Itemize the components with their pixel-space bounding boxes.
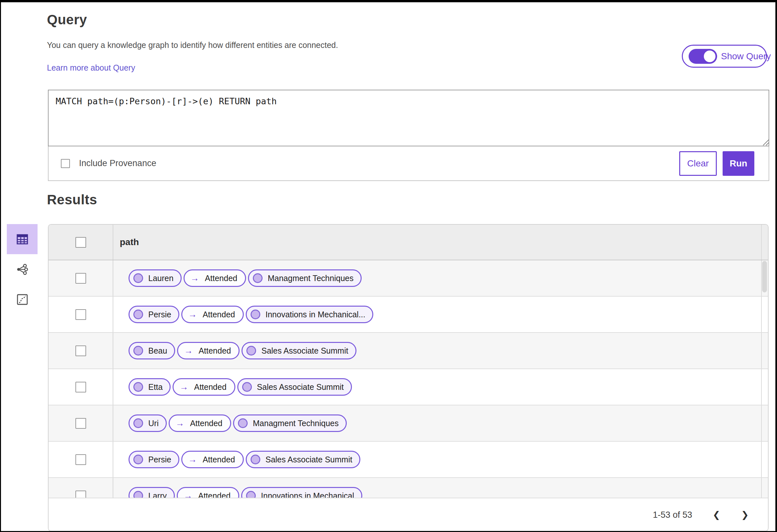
- path-end-node[interactable]: Innovations in Mechanical...: [246, 306, 373, 323]
- path-relation[interactable]: → Attended: [173, 378, 235, 396]
- path-cell: Persie → Attended Sales Associate Summit: [113, 442, 761, 477]
- path-chips: Larry → Attended Innovations in Mechanic…: [128, 487, 362, 498]
- node-label: Uri: [148, 419, 158, 428]
- path-chips: Etta → Attended Sales Associate Summit: [128, 378, 352, 396]
- path-cell: Etta → Attended Sales Associate Summit: [113, 369, 761, 405]
- scrollbar-track-cell: [761, 297, 768, 332]
- node-label: Beau: [148, 346, 167, 355]
- node-label: Sales Associate Summit: [257, 383, 344, 392]
- learn-more-link[interactable]: Learn more about Query: [47, 63, 135, 73]
- row-checkbox[interactable]: [76, 418, 86, 429]
- run-button[interactable]: Run: [723, 151, 754, 176]
- path-end-node[interactable]: Managment Techniques: [248, 270, 362, 287]
- node-circle-icon: [133, 418, 143, 428]
- node-circle-icon: [133, 455, 143, 464]
- relation-label: Attended: [205, 274, 237, 283]
- previous-page-button[interactable]: ❮: [709, 507, 724, 522]
- chart-view-button[interactable]: [7, 284, 37, 314]
- path-start-node[interactable]: Beau: [128, 342, 175, 359]
- path-relation[interactable]: → Attended: [184, 270, 246, 287]
- path-end-node[interactable]: Innovations in Mechanical: [241, 487, 362, 498]
- path-start-node[interactable]: Lauren: [128, 270, 182, 287]
- path-start-node[interactable]: Persie: [128, 451, 179, 468]
- node-label: Sales Associate Summit: [261, 346, 348, 355]
- show-query-toggle[interactable]: Show Query: [682, 45, 767, 68]
- table-view-button[interactable]: [7, 224, 37, 254]
- node-circle-icon: [133, 273, 143, 283]
- table-header-row: path: [48, 225, 768, 260]
- arrow-right-icon: →: [188, 310, 197, 320]
- arrow-right-icon: →: [188, 455, 197, 465]
- next-page-button[interactable]: ❯: [738, 507, 752, 522]
- graph-view-button[interactable]: [7, 254, 37, 284]
- node-circle-icon: [246, 346, 256, 355]
- query-editor-input[interactable]: MATCH path=(p:Person)-[r]->(e) RETURN pa…: [48, 90, 769, 146]
- path-cell: Uri → Attended Managment Techniques: [113, 405, 761, 441]
- view-switcher: [7, 224, 37, 314]
- node-circle-icon: [253, 273, 262, 283]
- row-checkbox[interactable]: [76, 491, 86, 498]
- scrollbar-track-cell: [761, 405, 768, 441]
- table-icon: [15, 232, 29, 246]
- scrollbar-thumb[interactable]: [762, 261, 767, 292]
- path-relation[interactable]: → Attended: [181, 306, 244, 323]
- node-circle-icon: [133, 491, 143, 498]
- path-end-node[interactable]: Sales Associate Summit: [237, 378, 352, 396]
- node-label: Lauren: [148, 274, 174, 283]
- path-chips: Lauren → Attended Managment Techniques: [128, 270, 362, 287]
- node-label: Managment Techniques: [253, 419, 339, 428]
- app-window: Query You can query a knowledge graph to…: [0, 0, 777, 532]
- node-circle-icon: [250, 310, 260, 319]
- path-chips: Uri → Attended Managment Techniques: [128, 414, 347, 432]
- row-checkbox[interactable]: [76, 309, 86, 320]
- node-label: Larry: [148, 491, 167, 498]
- path-relation[interactable]: → Attended: [177, 342, 240, 359]
- path-relation[interactable]: → Attended: [181, 451, 244, 468]
- path-cell: Beau → Attended Sales Associate Summit: [113, 333, 761, 368]
- path-start-node[interactable]: Larry: [128, 487, 175, 498]
- path-chips: Persie → Attended Sales Associate Summit: [128, 451, 360, 468]
- results-panel: path Lauren → Attended Managment Techn: [48, 224, 769, 531]
- path-start-node[interactable]: Uri: [128, 414, 167, 432]
- row-checkbox[interactable]: [76, 273, 86, 284]
- path-start-node[interactable]: Etta: [128, 378, 171, 396]
- node-circle-icon: [133, 346, 143, 355]
- scrollbar-track[interactable]: [761, 225, 768, 260]
- node-circle-icon: [246, 491, 256, 498]
- path-end-node[interactable]: Sales Associate Summit: [241, 342, 356, 359]
- path-cell: Persie → Attended Innovations in Mechani…: [113, 297, 761, 332]
- arrow-right-icon: →: [190, 273, 199, 283]
- row-checkbox[interactable]: [76, 382, 86, 393]
- clear-button[interactable]: Clear: [679, 151, 717, 176]
- table-row: Etta → Attended Sales Associate Summit: [48, 369, 768, 405]
- show-query-label: Show Query: [721, 51, 771, 62]
- row-select-cell: [48, 260, 113, 296]
- node-circle-icon: [133, 310, 143, 319]
- pagination-range: 1-53 of 53: [653, 510, 692, 520]
- scrollbar-track-cell: [761, 333, 768, 368]
- select-all-checkbox[interactable]: [76, 237, 86, 248]
- path-start-node[interactable]: Persie: [128, 306, 179, 323]
- path-relation[interactable]: → Attended: [177, 487, 239, 498]
- query-toolbar: Include Provenance Clear Run: [48, 146, 769, 181]
- node-label: Persie: [148, 455, 171, 464]
- toggle-on-icon[interactable]: [689, 49, 717, 64]
- include-provenance-label: Include Provenance: [79, 158, 156, 169]
- table-body: Lauren → Attended Managment Techniques: [48, 260, 768, 498]
- relation-label: Attended: [199, 346, 231, 355]
- path-end-node[interactable]: Sales Associate Summit: [246, 451, 360, 468]
- include-provenance-checkbox[interactable]: [61, 159, 70, 168]
- path-column-header[interactable]: path: [113, 225, 761, 260]
- path-relation[interactable]: → Attended: [169, 414, 231, 432]
- row-checkbox[interactable]: [76, 454, 86, 465]
- table-row: Lauren → Attended Managment Techniques: [48, 260, 768, 297]
- row-select-cell: [48, 369, 113, 405]
- node-label: Sales Associate Summit: [265, 455, 352, 464]
- node-label: Etta: [148, 383, 162, 392]
- select-all-cell: [48, 225, 113, 260]
- network-icon: [16, 263, 29, 276]
- row-checkbox[interactable]: [76, 345, 86, 356]
- relation-label: Attended: [198, 491, 230, 498]
- path-end-node[interactable]: Managment Techniques: [233, 414, 347, 432]
- page-title: Query: [47, 12, 87, 27]
